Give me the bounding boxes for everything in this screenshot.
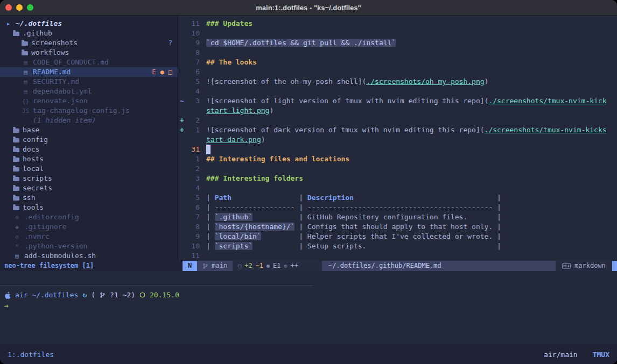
tree-item-workflows[interactable]: workflows — [0, 48, 178, 58]
editor-line[interactable]: start-light.png) — [178, 106, 617, 116]
line-text: ## Interesting files and locations — [206, 154, 349, 164]
git-branch-icon — [202, 263, 208, 269]
window-title: main:1:.dotfiles - "ks~/.dotfiles" — [0, 4, 617, 12]
editor-line[interactable]: 5| Path | Description | — [178, 193, 617, 203]
text-segment: | — [232, 194, 307, 202]
gitsign-column — [178, 28, 186, 38]
editor-line[interactable]: tart-dark.png) — [178, 135, 617, 145]
tree-item-secrets[interactable]: secrets — [0, 183, 178, 193]
editor-line[interactable]: 7| `.github` | GitHub Repository configu… — [178, 212, 617, 222]
close-button[interactable] — [5, 4, 12, 11]
tree-item--.dotfiles[interactable]: ▸~/.dotfiles — [0, 19, 178, 28]
editor-line[interactable]: 6| ------------------- | ---------------… — [178, 203, 617, 212]
text-segment: | — [354, 194, 501, 202]
shell-pane[interactable]: air ~/.dotfiles↻(?1 ~2)20.15.0 → — [0, 271, 617, 345]
tree-item-config[interactable]: config — [0, 135, 178, 145]
editor-line[interactable]: 8 — [178, 48, 617, 58]
editor-line[interactable]: ~3![screenshot of light version of tmux … — [178, 96, 617, 106]
mode-indicator: N — [183, 261, 197, 271]
square-badge: □ — [169, 67, 172, 77]
file-md-icon: ▤ — [22, 60, 30, 66]
tmux-window-item[interactable]: 1:.dotfiles — [8, 351, 54, 359]
editor-line[interactable]: 6 — [178, 67, 617, 77]
tree-item-ssh[interactable]: ssh — [0, 193, 178, 203]
zoom-button[interactable] — [27, 4, 33, 11]
line-text: | ------------------- | ----------------… — [206, 203, 501, 212]
editor-line[interactable]: 3### Interesting folders — [178, 174, 617, 183]
tree-item-.gitignore[interactable]: ◆.gitignore — [0, 222, 178, 232]
gitsign-column — [178, 106, 186, 116]
tree-item-security.md[interactable]: ▤SECURITY.md — [0, 77, 178, 87]
tree-item-label: workflows — [31, 48, 69, 58]
hexagon-icon — [139, 292, 145, 298]
editor-line[interactable]: 5![screenshot of the oh-my-posh shell](.… — [178, 77, 617, 87]
minimize-button[interactable] — [16, 4, 23, 11]
editor-line[interactable]: 9| `local/bin` | Helper scripts that I'v… — [178, 232, 617, 241]
tree-item-scripts[interactable]: scripts — [0, 174, 178, 183]
editor-line[interactable]: 31 — [178, 145, 617, 154]
editor-line[interactable]: 2 — [178, 164, 617, 174]
line-number: 9 — [186, 232, 200, 241]
tree-item-label: hosts — [23, 154, 44, 164]
text-segment: ### Interesting folders — [206, 174, 303, 182]
prompt-segment: ( — [91, 290, 95, 300]
gitsign-column — [178, 135, 186, 145]
gitsign-column — [178, 48, 186, 58]
tree-item-screenshots[interactable]: screenshots? — [0, 38, 178, 48]
editor-line[interactable]: 10| `scripts` | Setup scripts. | — [178, 241, 617, 251]
gitsign-column — [178, 154, 186, 164]
tree-item-label: .editorconfig — [24, 212, 79, 222]
text-segment: GitHub Repository configuration files. | — [307, 213, 501, 221]
tmux-status-bar: 1:.dotfiles air/main TMUX — [0, 345, 617, 364]
tree-item-hosts[interactable]: hosts — [0, 154, 178, 164]
editor-line[interactable]: +1![screenshot of dark version of tmux w… — [178, 125, 617, 135]
tree-item-.nvmrc[interactable]: ◇.nvmrc — [0, 232, 178, 241]
terminal-window: main:1:.dotfiles - "ks~/.dotfiles" ▸~/.d… — [0, 0, 617, 364]
editor-line[interactable]: 8| `hosts/{hostname}/` | Configs that sh… — [178, 222, 617, 232]
tree-item--1-hidden-item-[interactable]: (1 hidden item) — [0, 116, 178, 125]
editor-line[interactable]: 7## The looks — [178, 58, 617, 67]
text-segment: `hosts/{hostname}/` — [215, 223, 295, 231]
tree-item-tools[interactable]: tools — [0, 203, 178, 212]
line-number: 2 — [186, 116, 200, 125]
tree-item-label: renovate.json — [33, 96, 88, 106]
editor-line[interactable]: 10 — [178, 28, 617, 38]
tree-item-tag-changelog-config.js[interactable]: JStag-changelog-config.js — [0, 106, 178, 116]
file-yml-icon: ▤ — [22, 89, 30, 95]
tree-item-.github[interactable]: .github — [0, 28, 178, 38]
editor-line[interactable]: +2 — [178, 116, 617, 125]
tree-item-local[interactable]: local — [0, 164, 178, 174]
folder-icon — [13, 158, 19, 162]
tree-item-docs[interactable]: docs — [0, 145, 178, 154]
folder-icon — [13, 206, 19, 210]
text-segment: start-light.png — [206, 106, 269, 115]
tree-item-label: screenshots — [31, 38, 78, 48]
line-number: 5 — [186, 193, 200, 203]
tree-item-.python-version[interactable]: *.python-version — [0, 241, 178, 251]
tree-item-add-submodules.sh[interactable]: ▤add-submodules.sh — [0, 251, 178, 261]
editor-line[interactable]: 1## Interesting files and locations — [178, 154, 617, 164]
apple-icon — [4, 291, 11, 299]
editor-buffer[interactable]: 11### Updates 10 9`cd $HOME/.dotfiles &&… — [178, 16, 617, 261]
text-segment: | — [206, 223, 215, 231]
editor-line[interactable]: 4 — [178, 183, 617, 193]
line-text: ![screenshot of light version of tmux wi… — [206, 96, 607, 106]
tree-item-readme.md[interactable]: ▤README.mdE●□ — [0, 67, 178, 77]
editor-line[interactable]: 9`cd $HOME/.dotfiles && git pull && ./in… — [178, 38, 617, 48]
tree-item-base[interactable]: base — [0, 125, 178, 135]
editor-line[interactable]: 11### Updates — [178, 19, 617, 28]
line-text: | Path | Description | — [206, 193, 501, 203]
tree-item-code-of-conduct.md[interactable]: ▤CODE_OF_CONDUCT.md — [0, 58, 178, 67]
editor-line[interactable]: 4 — [178, 87, 617, 96]
tree-item-renovate.json[interactable]: {}renovate.json — [0, 96, 178, 106]
file-md-icon: ▤ — [22, 79, 30, 85]
sync-icon: ↻ — [82, 290, 87, 300]
titlebar[interactable]: main:1:.dotfiles - "ks~/.dotfiles" — [0, 0, 617, 16]
editor-line[interactable]: 11 — [178, 251, 617, 261]
tree-item-.editorconfig[interactable]: ⚙.editorconfig — [0, 212, 178, 222]
file-tree[interactable]: ▸~/.dotfiles.githubscreenshots?workflows… — [0, 16, 178, 261]
folder-icon — [22, 51, 28, 55]
line-text: `cd $HOME/.dotfiles && git pull && ./ins… — [206, 38, 396, 48]
branch-icon — [100, 292, 106, 298]
tree-item-dependabot.yml[interactable]: ▤dependabot.yml — [0, 87, 178, 96]
